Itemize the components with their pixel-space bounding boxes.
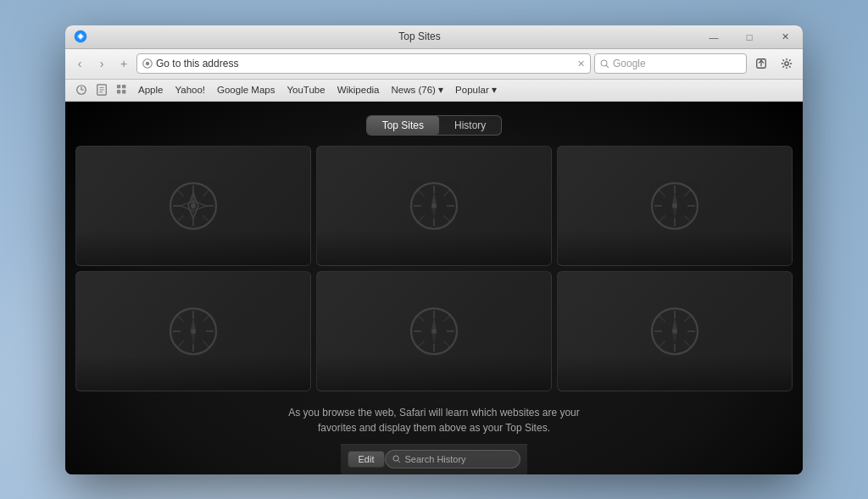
safari-compass-icon-6 xyxy=(649,306,700,357)
svg-line-47 xyxy=(659,215,665,222)
maximize-button[interactable]: □ xyxy=(732,25,767,49)
tab-top-sites[interactable]: Top Sites xyxy=(367,116,439,135)
svg-rect-16 xyxy=(117,90,120,93)
apps-icon[interactable] xyxy=(113,80,131,99)
site-tile-3[interactable] xyxy=(557,146,793,266)
bottom-bar: Edit Search History xyxy=(341,444,528,474)
svg-line-75 xyxy=(684,341,691,347)
address-input[interactable] xyxy=(156,58,574,69)
bookmark-google-maps[interactable]: Google Maps xyxy=(212,83,280,97)
svg-line-57 xyxy=(177,341,184,347)
site-tile-2[interactable] xyxy=(316,146,552,266)
site-tile-1[interactable] xyxy=(75,146,311,266)
search-icon xyxy=(600,59,609,69)
window-title: Top Sites xyxy=(96,30,743,42)
content-area: Top Sites History xyxy=(65,102,803,474)
svg-line-45 xyxy=(684,215,691,222)
top-sites-grid xyxy=(65,136,803,398)
share-button[interactable] xyxy=(750,53,772,75)
svg-line-37 xyxy=(418,215,425,222)
bookmark-wikipedia[interactable]: Wikipedia xyxy=(332,83,385,97)
site-tile-4[interactable] xyxy=(75,271,311,391)
svg-line-27 xyxy=(177,215,184,222)
add-tab-button[interactable]: + xyxy=(114,54,133,73)
svg-point-1 xyxy=(79,35,82,38)
tab-history[interactable]: History xyxy=(439,116,501,135)
grid-icon xyxy=(116,84,128,96)
svg-rect-17 xyxy=(122,90,125,93)
history-icon xyxy=(75,84,87,96)
svg-line-76 xyxy=(684,315,691,322)
svg-rect-14 xyxy=(117,85,120,88)
safari-compass-icon-4 xyxy=(168,306,219,357)
browser-window: Top Sites — □ ✕ ‹ › + ✕ Google xyxy=(65,25,803,474)
svg-line-24 xyxy=(177,190,184,197)
svg-line-67 xyxy=(418,341,425,347)
lock-icon xyxy=(142,58,153,69)
reading-list-icon[interactable] xyxy=(92,80,111,99)
svg-line-5 xyxy=(606,65,608,67)
site-tile-6[interactable] xyxy=(557,271,793,391)
safari-compass-icon-5 xyxy=(409,306,459,357)
bookmark-news[interactable]: News (76) ▾ xyxy=(387,82,449,97)
svg-line-46 xyxy=(684,190,691,197)
gear-icon xyxy=(781,58,793,69)
svg-line-44 xyxy=(659,190,665,197)
share-icon xyxy=(755,58,767,69)
svg-point-8 xyxy=(785,62,788,65)
safari-compass-icon-3 xyxy=(649,180,700,231)
svg-line-65 xyxy=(443,341,450,347)
bookmark-apple[interactable]: Apple xyxy=(133,83,168,97)
search-history-bar[interactable]: Search History xyxy=(385,450,520,469)
svg-line-74 xyxy=(659,315,665,322)
svg-line-25 xyxy=(203,215,209,222)
minimize-button[interactable]: — xyxy=(696,25,732,49)
svg-point-3 xyxy=(146,62,150,66)
search-history-placeholder: Search History xyxy=(404,454,465,464)
title-bar: Top Sites — □ ✕ xyxy=(65,25,803,49)
svg-line-77 xyxy=(659,341,665,347)
toolbar: ‹ › + ✕ Google xyxy=(65,49,803,80)
svg-line-79 xyxy=(398,461,400,463)
safari-compass-icon-2 xyxy=(409,180,459,231)
book-icon xyxy=(96,84,108,96)
bookmark-youtube[interactable]: YouTube xyxy=(281,83,330,97)
search-placeholder: Google xyxy=(613,58,646,69)
view-tab-toggle: Top Sites History xyxy=(366,115,503,136)
search-bar: Google xyxy=(594,53,747,74)
window-controls xyxy=(74,30,87,43)
safari-icon xyxy=(74,30,87,43)
bookmark-yahoo[interactable]: Yahoo! xyxy=(170,83,210,97)
site-tile-5[interactable] xyxy=(316,271,552,391)
forward-button[interactable]: › xyxy=(92,54,111,73)
clear-address-button[interactable]: ✕ xyxy=(577,58,585,69)
svg-line-54 xyxy=(177,315,184,322)
address-bar: ✕ xyxy=(136,53,591,74)
svg-line-36 xyxy=(443,190,450,197)
bookmark-popular[interactable]: Popular ▾ xyxy=(450,82,502,97)
settings-button[interactable] xyxy=(776,53,798,75)
svg-rect-15 xyxy=(122,85,125,88)
svg-line-35 xyxy=(443,215,450,222)
search-history-icon xyxy=(392,455,401,463)
svg-line-66 xyxy=(443,315,450,322)
info-message: As you browse the web, Safari will learn… xyxy=(271,398,597,444)
svg-line-34 xyxy=(418,190,425,197)
svg-line-26 xyxy=(203,190,209,197)
window-buttons: — □ ✕ xyxy=(696,25,803,49)
edit-button[interactable]: Edit xyxy=(348,451,386,468)
safari-compass-icon-1 xyxy=(168,180,219,231)
bookmark-list-icon[interactable] xyxy=(72,80,91,99)
svg-line-55 xyxy=(203,341,209,347)
bookmarks-bar: Apple Yahoo! Google Maps YouTube Wikiped… xyxy=(65,80,803,102)
svg-line-64 xyxy=(418,315,425,322)
svg-line-56 xyxy=(203,315,209,322)
back-button[interactable]: ‹ xyxy=(70,54,89,73)
close-button[interactable]: ✕ xyxy=(767,25,803,49)
